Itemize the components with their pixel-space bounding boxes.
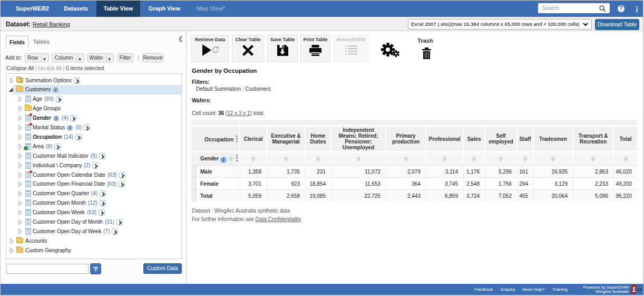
svg-text:ST: ST (637, 288, 642, 292)
svg-text:1: 1 (632, 285, 636, 293)
